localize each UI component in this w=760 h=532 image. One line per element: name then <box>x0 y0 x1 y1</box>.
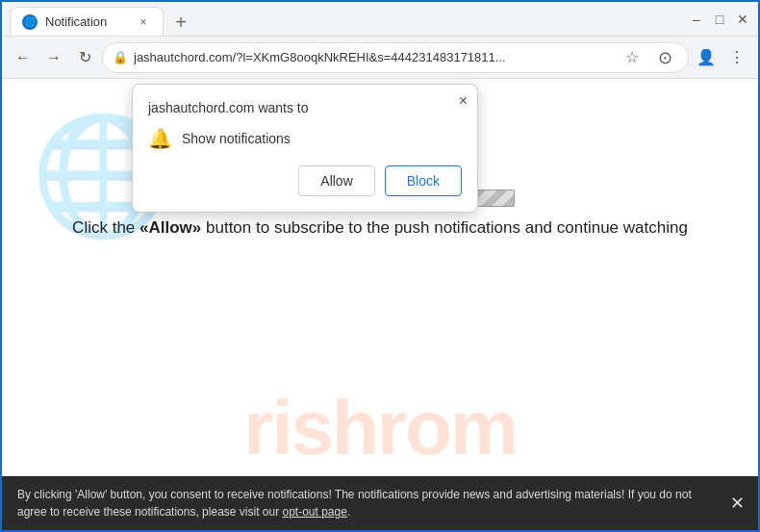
reload-button[interactable]: ↻ <box>71 44 98 71</box>
close-window-button[interactable]: ✕ <box>735 12 750 27</box>
bottom-consent-bar: By clicking 'Allow' button, you consent … <box>2 476 758 530</box>
tab-area: 🌐 Notification × + <box>10 2 689 36</box>
active-tab[interactable]: 🌐 Notification × <box>10 7 164 36</box>
menu-button[interactable]: ⋮ <box>723 44 750 71</box>
opt-out-link[interactable]: opt-out page <box>282 505 346 519</box>
forward-button[interactable]: → <box>40 44 67 71</box>
tab-close-button[interactable]: × <box>136 14 151 30</box>
page-content: 🌐 rishrom × jashautchord.com wants to 🔔 … <box>2 79 758 530</box>
watermark-text: rishrom <box>243 384 517 472</box>
bookmark-icon[interactable]: ☆ <box>619 44 646 71</box>
title-bar: 🌐 Notification × + – □ ✕ <box>2 2 758 37</box>
popup-title: jashautchord.com wants to <box>148 100 462 115</box>
window-controls: – □ ✕ <box>689 12 750 27</box>
consent-text-end: . <box>347 505 350 519</box>
block-button[interactable]: Block <box>385 165 462 196</box>
allow-button[interactable]: Allow <box>298 165 374 196</box>
consent-text: By clicking 'Allow' button, you consent … <box>17 488 692 519</box>
notification-popup: × jashautchord.com wants to 🔔 Show notif… <box>132 84 478 213</box>
download-icon[interactable]: ⊙ <box>651 44 678 71</box>
nav-bar: ← → ↻ 🔒 jashautchord.com/?l=XKmG8ooqkNkR… <box>2 37 758 79</box>
maximize-button[interactable]: □ <box>712 12 727 27</box>
address-bar[interactable]: 🔒 jashautchord.com/?l=XKmG8ooqkNkREHI&s=… <box>102 42 689 73</box>
allow-bold-text: «Allow» <box>139 218 201 237</box>
lock-icon: 🔒 <box>113 50 128 64</box>
bottom-bar-close-button[interactable]: ✕ <box>730 491 745 517</box>
tab-favicon: 🌐 <box>22 14 38 30</box>
popup-permission-row: 🔔 Show notifications <box>148 127 462 150</box>
popup-permission-label: Show notifications <box>182 131 291 146</box>
page-instruction: Click the «Allow» button to subscribe to… <box>2 218 758 238</box>
popup-buttons: Allow Block <box>148 165 462 196</box>
tab-title: Notification <box>45 14 107 29</box>
bell-icon: 🔔 <box>148 127 172 150</box>
profile-button[interactable]: 👤 <box>693 44 720 71</box>
minimize-button[interactable]: – <box>689 12 704 27</box>
back-button[interactable]: ← <box>10 44 37 71</box>
new-tab-button[interactable]: + <box>167 9 194 36</box>
browser-window: 🌐 Notification × + – □ ✕ ← → ↻ 🔒 jashaut… <box>0 0 760 532</box>
popup-close-button[interactable]: × <box>459 92 468 110</box>
address-text: jashautchord.com/?l=XKmG8ooqkNkREHI&s=44… <box>134 50 613 64</box>
